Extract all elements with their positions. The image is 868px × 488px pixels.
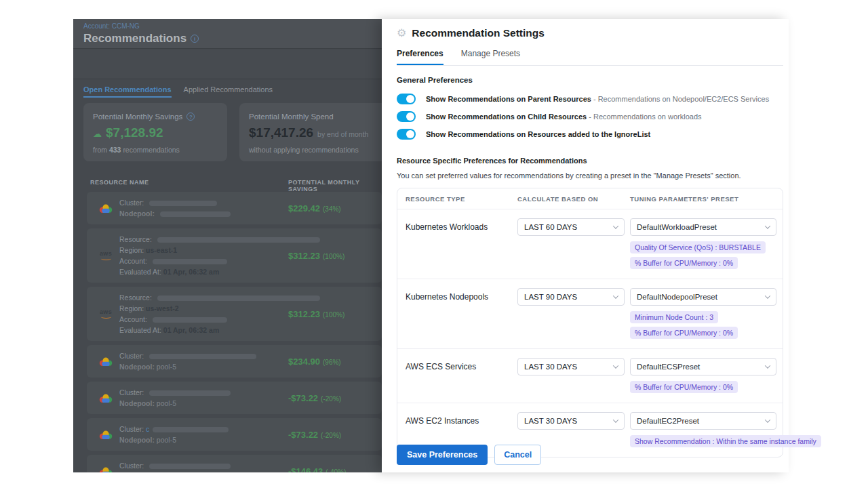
table-row[interactable]: Cluster: Nodepool: pool-5-$73.22(-20%) (87, 382, 382, 414)
redacted-text (149, 201, 217, 206)
potential-monthly-savings-card: Potential Monthly Savings ? ☁ $7,128.92 … (83, 103, 227, 161)
table-row[interactable]: Cluster: cNodepool: pool-5-$73.22(-20%) (87, 418, 382, 451)
table-row[interactable]: Cluster: Nodepool: pool-5-$146.43(-40%) (87, 455, 382, 472)
redacted-text (149, 390, 231, 396)
resource-detail-line: Cluster: (119, 350, 256, 361)
toggle-knob (406, 113, 414, 121)
preset-badges: Minimum Node Count : 3% Buffer for CPU/M… (630, 311, 776, 339)
tab-manage-presets[interactable]: Manage Presets (461, 49, 520, 65)
savings-cell: -$73.22(-20%) (288, 428, 341, 441)
savings-percent: (-20%) (321, 432, 341, 439)
resource-detail-line: Nodepool: pool-5 (119, 398, 231, 409)
table-row[interactable]: Cluster: Nodepool: pool-5$234.90(96%) (87, 345, 382, 378)
redacted-text (160, 211, 231, 217)
redacted-text (157, 237, 320, 243)
recommendation-settings-drawer: ⚙ Recommendation Settings Preferences Ma… (382, 19, 789, 472)
potential-monthly-spend-card: Potential Monthly Spend $17,417.26 by en… (239, 103, 382, 161)
tab-applied-recommendations[interactable]: Applied Recommendations (184, 85, 273, 98)
column-resource-name: RESOURCE NAME (90, 179, 149, 186)
calculate-based-on-select[interactable]: LAST 60 DAYS (517, 218, 625, 236)
preset-select[interactable]: DefaultWorkloadPreset (630, 218, 776, 236)
savings-cell: -$73.22(-20%) (288, 392, 341, 404)
preset-badge: Quality Of Service (QoS) : BURSTABLE (630, 241, 766, 253)
table-row[interactable]: Cluster: Nodepool: $229.42(34%) (87, 192, 382, 224)
preset-badge: % Buffer for CPU/Memory : 0% (630, 381, 738, 393)
general-preferences-heading: General Preferences (397, 76, 783, 84)
chevron-down-icon (765, 417, 770, 422)
save-preferences-button[interactable]: Save Preferences (397, 445, 488, 465)
drawer-title: Recommendation Settings (412, 27, 545, 39)
table-row[interactable]: awsResource: Region: us-west-2Account: E… (87, 287, 382, 341)
gcp-cloud-icon (98, 429, 113, 441)
cloud-savings-icon: ☁ (93, 129, 102, 139)
preset-select[interactable]: DefaultECSPreset (630, 358, 776, 375)
resource-preferences-table: RESOURCE TYPE CALCULATE BASED ON TUNING … (397, 188, 783, 458)
savings-card-label: Potential Monthly Savings ? (93, 113, 218, 121)
savings-amount: $229.42 (288, 203, 320, 214)
toggle-knob (406, 95, 414, 103)
chevron-down-icon (613, 293, 618, 298)
preset-select[interactable]: DefaultEC2Preset (630, 412, 776, 430)
resource-detail-line: Evaluated At: 01 Apr, 06:32 am (119, 266, 320, 277)
gcp-cloud-icon (98, 356, 113, 367)
spend-card-label: Potential Monthly Spend (249, 113, 382, 121)
toggle-knob (406, 130, 414, 138)
question-icon[interactable]: ? (186, 113, 195, 121)
tab-preferences[interactable]: Preferences (397, 49, 443, 65)
gear-icon: ⚙ (397, 28, 406, 39)
calculate-based-on-select[interactable]: LAST 90 DAYS (517, 288, 625, 306)
resource-preference-row: Kubernetes NodepoolsLAST 90 DAYSDefaultN… (397, 279, 783, 349)
cancel-button[interactable]: Cancel (494, 445, 541, 465)
column-resource-type: RESOURCE TYPE (406, 195, 517, 203)
info-icon[interactable]: i (191, 35, 199, 43)
resource-detail-line: Cluster: (119, 460, 231, 471)
resource-preferences-table-header: RESOURCE TYPE CALCULATE BASED ON TUNING … (397, 188, 783, 209)
preset-select[interactable]: DefaultNodepoolPreset (630, 288, 776, 306)
preset-badge: % Buffer for CPU/Memory : 0% (630, 257, 738, 269)
chevron-down-icon (613, 417, 618, 422)
savings-amount: $312.23 (288, 309, 320, 319)
breadcrumb[interactable]: Account: CCM-NG (83, 22, 382, 30)
toggle-label: Show Recommendations on Parent Resources… (426, 95, 769, 103)
column-calculate-based-on: CALCULATE BASED ON (517, 195, 630, 203)
resource-details: Cluster: Nodepool: pool-5 (119, 387, 231, 409)
resource-detail-line: Nodepool: pool-5 (119, 471, 231, 472)
resource-preference-row: AWS ECS ServicesLAST 30 DAYSDefaultECSPr… (397, 349, 783, 403)
savings-card-sub: from 433 recommendations (93, 146, 218, 154)
resource-detail-line: Evaluated At: 01 Apr, 06:32 am (119, 325, 320, 336)
calculate-based-on-select[interactable]: LAST 30 DAYS (517, 412, 625, 430)
drawer-actions: Save Preferences Cancel (397, 445, 541, 465)
toggle-switch[interactable] (397, 111, 416, 122)
toolbar-band (73, 49, 382, 79)
chevron-down-icon (613, 223, 618, 228)
resource-preferences-description: You can set preferred values for recomme… (397, 171, 783, 180)
resource-detail-line: Nodepool: pool-5 (119, 361, 256, 372)
savings-percent: (34%) (323, 205, 341, 213)
aws-icon: aws (98, 309, 113, 319)
table-row[interactable]: awsResource: Region: us-east-1Account: E… (87, 228, 382, 283)
savings-percent: (100%) (323, 311, 344, 319)
spend-card-sub: without applying recommendations (249, 146, 382, 154)
redacted-text (153, 259, 227, 264)
gcp-cloud-icon (98, 203, 113, 214)
page-title: Recommendations i (83, 32, 382, 45)
summary-cards: Potential Monthly Savings ? ☁ $7,128.92 … (83, 103, 382, 161)
savings-cell: $312.23(100%) (288, 308, 344, 320)
spend-value: $17,417.26 (249, 125, 313, 140)
toggle-switch[interactable] (397, 94, 416, 104)
savings-percent: (100%) (323, 253, 344, 260)
calculate-based-on-select[interactable]: LAST 30 DAYS (517, 358, 625, 375)
redacted-text (153, 427, 229, 432)
redacted-text (149, 354, 256, 359)
resource-detail-line: Nodepool: (119, 208, 231, 219)
resource-type-label: Kubernetes Workloads (406, 218, 517, 232)
page-tabs: Open Recommendations Applied Recommendat… (83, 85, 273, 98)
savings-amount: -$146.43 (288, 466, 323, 472)
preset-badges: Show Recommendation : Within the same in… (630, 435, 821, 447)
recommendations-page-dimmed: Account: CCM-NG Recommendations i Open R… (73, 19, 382, 472)
screenshot-canvas: Account: CCM-NG Recommendations i Open R… (0, 0, 868, 488)
toggle-switch[interactable] (397, 129, 416, 140)
recommendations-table-rows: Cluster: Nodepool: $229.42(34%)awsResour… (87, 192, 382, 472)
tab-open-recommendations[interactable]: Open Recommendations (83, 85, 172, 98)
savings-amount: $312.23 (288, 251, 320, 261)
